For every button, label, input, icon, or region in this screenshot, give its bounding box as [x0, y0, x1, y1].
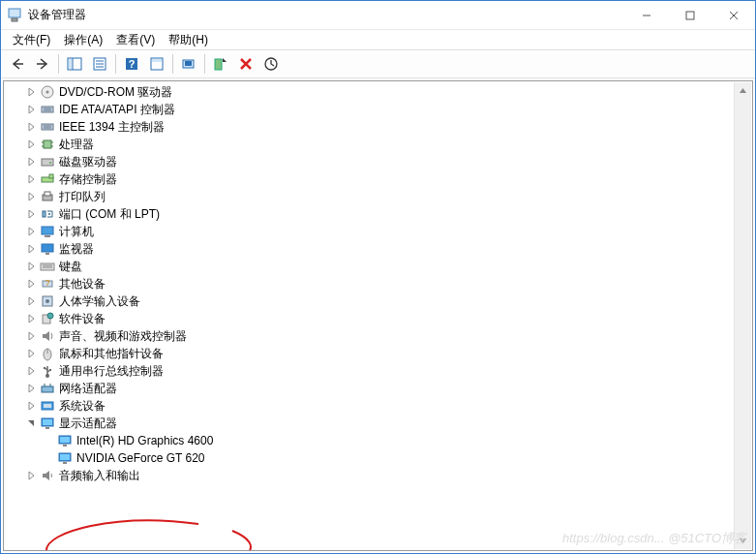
menu-action[interactable]: 操作(A) — [58, 30, 108, 50]
svg-rect-74 — [60, 437, 70, 443]
menu-help[interactable]: 帮助(H) — [163, 30, 214, 50]
tree-item[interactable]: 存储控制器 — [8, 170, 752, 188]
vertical-scrollbar[interactable] — [734, 82, 751, 549]
maximize-button[interactable] — [668, 1, 711, 29]
tree-item[interactable]: 人体学输入设备 — [8, 292, 752, 310]
port-icon — [40, 206, 55, 222]
tree-item[interactable]: 打印队列 — [8, 188, 752, 205]
svg-rect-10 — [69, 59, 72, 69]
mouse-icon — [40, 346, 55, 361]
tree-item-label: IEEE 1394 主控制器 — [59, 119, 165, 136]
tree-child-item[interactable]: NVIDIA GeForce GT 620 — [8, 449, 752, 467]
tree-item[interactable]: 音频输入和输出 — [8, 467, 752, 484]
tree-child-item[interactable]: Intel(R) HD Graphics 4600 — [8, 432, 752, 449]
tree-item[interactable]: 网络适配器 — [8, 380, 752, 397]
title-bar[interactable]: 设备管理器 — [1, 1, 755, 30]
expand-icon[interactable] — [25, 400, 37, 412]
tree-item[interactable]: 监视器 — [8, 240, 752, 258]
expand-icon[interactable] — [25, 383, 37, 394]
tree-item[interactable]: 处理器 — [8, 136, 752, 153]
expand-icon[interactable] — [25, 226, 37, 237]
svg-rect-18 — [152, 59, 162, 62]
svg-rect-64 — [49, 369, 51, 371]
tree-item[interactable]: 通用串行总线控制器 — [8, 362, 752, 380]
expand-icon[interactable] — [25, 121, 37, 133]
toolbar-divider — [204, 54, 205, 74]
tree-item[interactable]: IDE ATA/ATAPI 控制器 — [8, 101, 752, 118]
svg-point-45 — [48, 213, 50, 215]
forward-button[interactable] — [31, 52, 54, 76]
disc-icon — [40, 84, 55, 100]
expand-icon[interactable] — [25, 138, 37, 150]
cpu-icon — [40, 137, 55, 152]
tree-item-label: 其他设备 — [59, 276, 106, 292]
refresh-button[interactable] — [145, 52, 168, 76]
tree-item[interactable]: DVD/CD-ROM 驱动器 — [8, 83, 752, 101]
expand-icon[interactable] — [25, 261, 37, 272]
device-tree-pane[interactable]: DVD/CD-ROM 驱动器 IDE ATA/ATAPI 控制器 IEEE 13… — [3, 80, 753, 551]
svg-rect-33 — [44, 140, 51, 148]
scroll-down-button[interactable] — [735, 533, 751, 549]
scroll-up-button[interactable] — [735, 82, 751, 99]
sound-icon — [40, 328, 55, 344]
update-driver-button[interactable] — [259, 52, 283, 76]
storage-icon — [40, 171, 55, 187]
tree-item[interactable]: 键盘 — [8, 258, 752, 275]
hid-icon — [40, 293, 55, 309]
tree-item-label: 人体学输入设备 — [59, 293, 140, 310]
expand-icon[interactable] — [25, 191, 37, 202]
expand-icon[interactable] — [25, 470, 37, 481]
menu-view[interactable]: 查看(V) — [110, 30, 161, 50]
expand-icon[interactable] — [25, 295, 37, 307]
collapse-icon[interactable] — [25, 417, 37, 429]
svg-rect-21 — [215, 59, 222, 70]
expand-icon[interactable] — [25, 156, 37, 168]
svg-rect-30 — [42, 124, 53, 130]
tree-item[interactable]: 鼠标和其他指针设备 — [8, 345, 752, 362]
svg-rect-3 — [686, 12, 694, 19]
expand-icon[interactable] — [25, 104, 37, 115]
svg-rect-20 — [185, 61, 192, 66]
tree-item[interactable]: 计算机 — [8, 223, 752, 240]
expand-icon[interactable] — [25, 278, 37, 290]
menu-file[interactable]: 文件(F) — [7, 30, 56, 50]
close-button[interactable] — [711, 1, 755, 29]
tree-item[interactable]: 软件设备 — [8, 310, 752, 327]
tree-item[interactable]: 端口 (COM 和 LPT) — [8, 205, 752, 223]
scan-hardware-button[interactable] — [177, 52, 200, 76]
tree-item[interactable]: IEEE 1394 主控制器 — [8, 118, 752, 136]
expand-icon[interactable] — [25, 348, 37, 359]
expand-icon[interactable] — [25, 173, 37, 185]
keyboard-icon — [40, 259, 55, 274]
tree-item[interactable]: 声音、视频和游戏控制器 — [8, 327, 752, 345]
tree-item-display-adapters[interactable]: 显示适配器 — [8, 415, 752, 432]
tree-item[interactable]: 磁盘驱动器 — [8, 153, 752, 170]
tree-item-label: 网络适配器 — [59, 381, 117, 397]
tree-item[interactable]: ? 其他设备 — [8, 275, 752, 292]
expand-icon[interactable] — [25, 243, 37, 255]
svg-point-58 — [47, 313, 53, 319]
display-icon — [57, 450, 73, 466]
annotation-circle — [39, 518, 271, 551]
audio-icon — [40, 468, 55, 483]
tree-item-label: Intel(R) HD Graphics 4600 — [76, 434, 213, 447]
toolbar: ? — [1, 49, 755, 78]
expand-icon[interactable] — [25, 330, 37, 342]
properties-button[interactable] — [88, 52, 111, 76]
back-button[interactable] — [6, 52, 29, 76]
svg-rect-72 — [45, 427, 49, 429]
show-hide-tree-button[interactable] — [63, 52, 86, 76]
software-icon — [40, 311, 55, 326]
enable-device-button[interactable] — [209, 52, 232, 76]
expand-icon[interactable] — [25, 313, 37, 324]
display-icon — [40, 416, 55, 431]
expand-icon[interactable] — [25, 86, 37, 98]
expand-icon[interactable] — [25, 365, 37, 377]
other-icon: ? — [40, 276, 55, 292]
minimize-button[interactable] — [624, 1, 668, 29]
toolbar-divider — [115, 54, 116, 74]
tree-item[interactable]: 系统设备 — [8, 397, 752, 415]
expand-icon[interactable] — [25, 208, 37, 220]
help-button[interactable]: ? — [120, 52, 143, 76]
uninstall-device-button[interactable] — [234, 52, 257, 76]
